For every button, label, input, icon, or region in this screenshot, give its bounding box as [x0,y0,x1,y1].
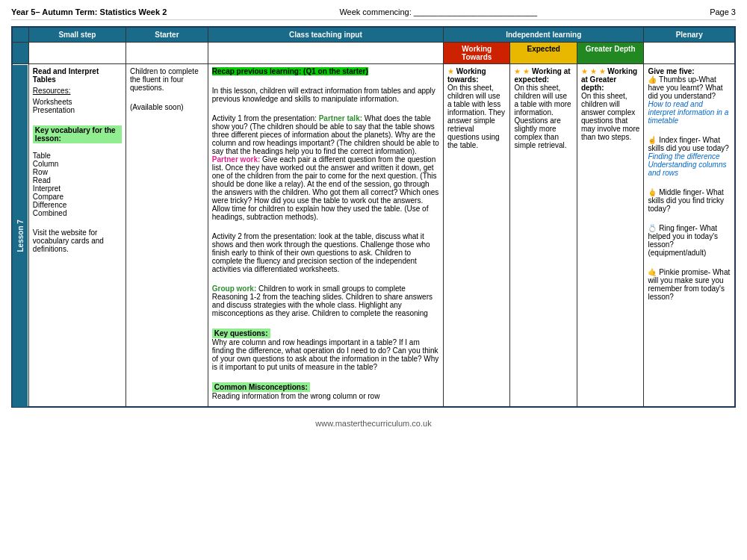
activity1: Activity 1 from the presentation: Partne… [212,114,439,221]
expected-text: On this sheet, children will use a table… [514,84,571,149]
small-step-title: Read and Interpret Tables [33,67,122,84]
teaching-cell: Recap previous learning: (Q1 on the star… [208,64,443,408]
expected-header: Expected [510,43,577,64]
key-vocab-label: Key vocabulary for the lesson: [33,125,122,143]
sub-header-row: Working Towards Expected Greater Depth [12,43,735,64]
plenary-link1: How to read and interpret information in… [648,100,728,125]
working-towards-content: ★ Working towards: On this sheet, childr… [447,67,506,149]
middle-label: Middle finger- What skills did you find … [648,188,724,213]
index-section: ☝ Index finger- What skills did you use … [648,136,731,177]
greater-text: On this sheet, children will answer comp… [581,92,639,141]
greater-depth-cell: ★ ★ ★ Working at Greater depth: On this … [577,64,643,408]
sub-lesson-cell [12,43,28,64]
page-number: Page 3 [710,7,736,16]
visit-text: Visit the website for vocabulary cards a… [33,228,122,253]
common-misc-label: Common Misconceptions: [212,382,310,392]
page-header: Year 5– Autumn Term: Statistics Week 2 W… [11,7,736,20]
ring-label: Ring finger- What helped you in today's … [648,224,718,257]
small-step-header: Small step [28,27,125,43]
partner-work-label: Partner work: [212,155,260,164]
independent-header: Independent learning [444,27,644,43]
footer-url: www.masterthecurriculum.co.uk [315,419,431,428]
sub-starter [126,43,208,64]
key-questions-label: Key questions: [212,329,270,338]
plenary-link2: Finding the difference [648,152,719,161]
thumb-emoji: 👍 [648,75,657,84]
plenary-header: Plenary [644,27,735,43]
plenary-intro: Give me five: 👍 Thumbs up-What have you … [648,67,731,125]
page-week: Week commencing: _______________________… [167,7,710,16]
middle-section: 🖕 Middle finger- What skills did you fin… [648,188,731,213]
middle-emoji: 🖕 [648,188,657,196]
index-label: Index finger- What skills did you use to… [648,136,728,152]
expected-cell: ★ ★ Working at expected: On this sheet, … [510,64,577,408]
teaching-header: Class teaching input [208,27,443,43]
recap-label: Recap previous learning: (Q1 on the star… [212,67,368,75]
starter-header: Starter [126,27,208,43]
resources-label: Resources: [33,87,122,95]
common-misc-text: Reading information from the wrong colum… [212,392,380,400]
working-star: ★ [447,67,454,75]
greater-stars: ★ ★ ★ [581,67,606,75]
column-header-row: Small step Starter Class teaching input … [12,27,735,43]
page-footer: www.masterthecurriculum.co.uk [11,419,736,428]
starter-available: (Available soon) [130,103,204,111]
vocab-list: TableColumnRowReadInterpretCompareDiffer… [33,152,122,217]
pinkie-label: Pinkie promise- What will you make sure … [648,268,730,301]
greater-depth-content: ★ ★ ★ Working at Greater depth: On this … [581,67,639,141]
page-wrapper: Year 5– Autumn Term: Statistics Week 2 W… [0,0,747,435]
expected-content: ★ ★ Working at expected: On this sheet, … [514,67,572,149]
partner-talk-label: Partner talk: [319,114,362,122]
working-towards-text: On this sheet, children will use a table… [447,84,505,149]
recap-line: Recap previous learning: (Q1 on the star… [212,67,439,75]
greater-depth-header: Greater Depth [577,43,643,64]
thumb-label: Thumbs up-What have you learnt? What did… [648,75,722,100]
group-work: Group work: Children to work in small gr… [212,284,439,317]
sub-teaching [208,43,443,64]
sub-plenary [644,43,735,64]
teaching-intro: In this lesson, children will extract in… [212,87,439,103]
activity2: Activity 2 from the presentation: look a… [212,232,439,273]
activity1-label: Activity 1 from the presentation: [212,114,317,122]
key-questions-block: Key questions: Why are column and row he… [212,329,439,371]
lesson-label: Lesson 7 [16,220,25,252]
page-title: Year 5– Autumn Term: Statistics Week 2 [11,7,167,16]
lesson-header [12,27,28,43]
working-towards-header: Working Towards [444,43,510,64]
key-questions-text: Why are column and row headings importan… [212,338,439,371]
group-work-label: Group work: [212,284,256,293]
lesson-number-cell: Lesson 7 [12,64,28,408]
main-table: Small step Starter Class teaching input … [11,26,736,408]
plenary-link3: Understanding columns and rows [648,161,726,177]
plenary-cell: Give me five: 👍 Thumbs up-What have you … [644,64,735,408]
pinkie-emoji: 🤙 [648,268,657,276]
main-content-row: Lesson 7 Read and Interpret Tables Resou… [12,64,735,408]
starter-text: Children to complete the fluent in four … [130,67,204,92]
sub-small-step [28,43,125,64]
expected-stars: ★ ★ [514,67,530,75]
working-towards-cell: ★ Working towards: On this sheet, childr… [444,64,510,408]
ring-section: 💍 Ring finger- What helped you in today'… [648,224,731,257]
activity1-partner-text: Give each pair a different question from… [212,155,438,221]
small-step-cell: Read and Interpret Tables Resources: Wor… [28,64,125,408]
common-misc-block: Common Misconceptions: Reading informati… [212,382,439,400]
starter-cell: Children to complete the fluent in four … [126,64,208,408]
index-emoji: ☝ [648,136,657,144]
ring-emoji: 💍 [648,224,657,232]
resources-text: WorksheetsPresentation [33,98,122,114]
pinkie-section: 🤙 Pinkie promise- What will you make sur… [648,268,731,301]
